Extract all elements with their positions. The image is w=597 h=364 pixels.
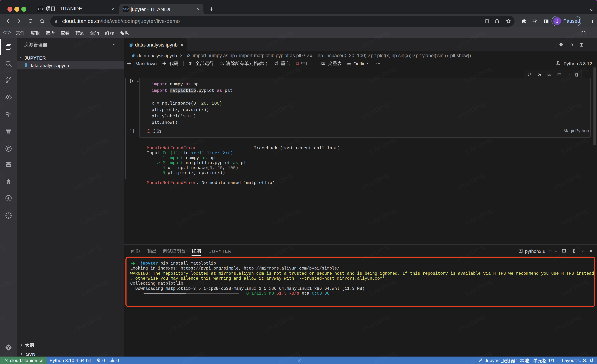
- svg-text:John Deng: John Deng: [168, 313, 198, 334]
- svg-text:John Deng: John Deng: [456, 313, 486, 334]
- svg-text:John Deng: John Deng: [552, 171, 581, 192]
- svg-text:John Deng: John Deng: [360, 313, 390, 334]
- svg-text:John Deng: John Deng: [559, 136, 589, 156]
- svg-text:John Deng: John Deng: [271, 207, 301, 227]
- svg-text:(x): (x): [322, 62, 325, 65]
- svg-text:John Deng: John Deng: [456, 171, 486, 192]
- svg-text:John Deng: John Deng: [552, 313, 581, 334]
- svg-text:John Deng: John Deng: [463, 207, 493, 227]
- svg-text:John Deng: John Deng: [463, 136, 493, 156]
- svg-text:John Deng: John Deng: [264, 313, 294, 334]
- svg-text:John Deng: John Deng: [559, 207, 589, 227]
- svg-text:John Deng: John Deng: [360, 171, 390, 192]
- svg-text:John Deng: John Deng: [367, 136, 397, 156]
- svg-text:John Deng: John Deng: [367, 207, 397, 227]
- svg-text:John Deng: John Deng: [175, 207, 205, 227]
